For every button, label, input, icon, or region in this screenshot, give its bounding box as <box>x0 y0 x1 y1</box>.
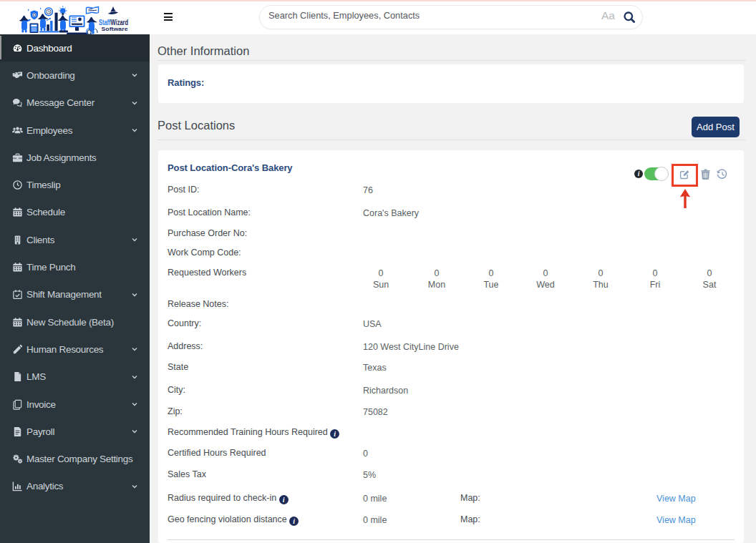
svg-text:StaffWizard: StaffWizard <box>99 18 128 26</box>
svg-text:Software: Software <box>102 26 128 31</box>
